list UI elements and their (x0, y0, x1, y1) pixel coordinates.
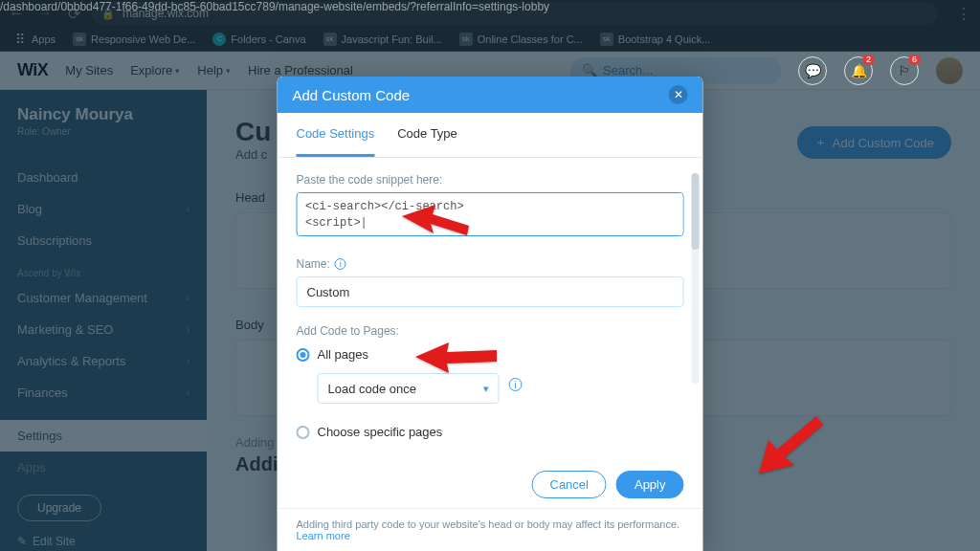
modal-footer: Adding third party code to your website'… (278, 508, 703, 551)
notifications-button[interactable]: 🔔2 (844, 56, 873, 85)
name-input[interactable] (297, 276, 684, 307)
load-code-select[interactable]: Load code once ▾ (318, 373, 500, 404)
modal-body: Paste the code snippet here: Name:i Add … (278, 158, 703, 461)
modal-title: Add Custom Code (293, 87, 411, 103)
info-icon[interactable]: i (509, 378, 523, 391)
radio-off-icon (297, 426, 310, 439)
tab-code-type[interactable]: Code Type (397, 113, 457, 157)
radio-choose-pages[interactable]: Choose specific pages (297, 421, 684, 443)
scrollbar-thumb[interactable] (692, 173, 700, 250)
paste-code-label: Paste the code snippet here: (297, 173, 684, 187)
close-icon[interactable]: ✕ (669, 85, 688, 104)
chevron-down-icon: ▾ (483, 383, 489, 395)
modal-actions: Cancel Apply (278, 461, 703, 508)
modal-header: Add Custom Code ✕ (278, 77, 703, 113)
radio-on-icon (297, 348, 310, 362)
url-text: manage.wix.com/dashboard/0bbbd477-1f66-4… (122, 7, 209, 20)
add-code-pages-label: Add Code to Pages: (297, 324, 684, 338)
code-snippet-textarea[interactable] (297, 192, 684, 236)
inbox-button[interactable]: 💬 (798, 56, 827, 85)
modal-tabs: Code Settings Code Type (278, 113, 703, 158)
browser-toolbar: ← → ⟳ 🔒 manage.wix.com/dashboard/0bbbd47… (0, 0, 980, 27)
badge: 6 (908, 55, 921, 65)
add-custom-code-modal: Add Custom Code ✕ Code Settings Code Typ… (278, 77, 703, 551)
address-bar[interactable]: 🔒 manage.wix.com/dashboard/0bbbd477-1f66… (92, 2, 938, 25)
scrollbar[interactable] (692, 173, 700, 384)
apply-button[interactable]: Apply (616, 471, 684, 498)
learn-more-link[interactable]: Learn more (297, 530, 350, 541)
messages-button[interactable]: 🏳6 (890, 56, 919, 85)
name-label: Name:i (297, 257, 684, 271)
info-icon[interactable]: i (335, 258, 346, 270)
cancel-button[interactable]: Cancel (532, 471, 607, 498)
badge: 2 (862, 55, 875, 65)
tab-code-settings[interactable]: Code Settings (297, 113, 375, 157)
radio-all-pages[interactable]: All pages (297, 343, 684, 365)
